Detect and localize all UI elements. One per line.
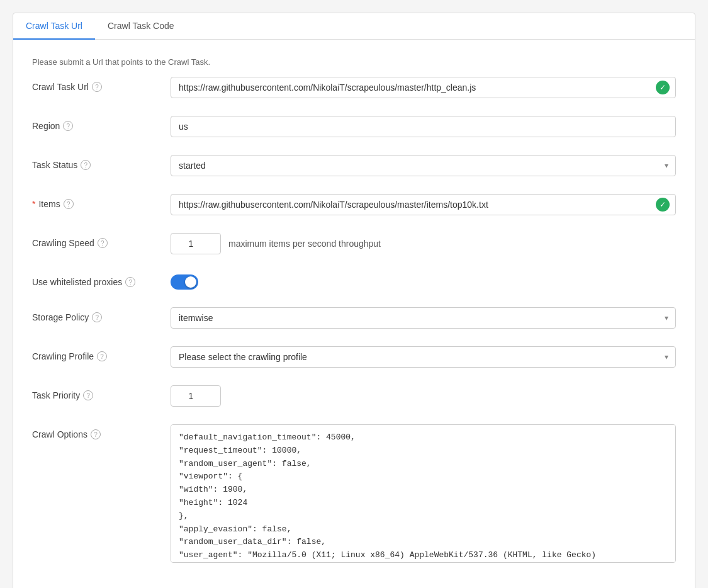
crawling-profile-label: Crawling Profile ? [32,346,171,361]
crawl-task-url-control: ✓ [171,77,676,98]
crawling-speed-wrapper: maximum items per second throughput [171,233,676,254]
crawl-task-url-row: Crawl Task Url ? ✓ [32,77,676,98]
crawling-speed-label: Crawling Speed ? [32,233,171,248]
task-priority-row: Task Priority ? [32,385,676,407]
storage-policy-control: itemwise overwrite append ▾ [171,307,676,329]
use-whitelisted-proxies-label: Use whitelisted proxies ? [32,272,171,287]
task-priority-control [171,385,676,407]
region-control [171,116,676,137]
crawl-options-textarea[interactable]: "default_navigation_timeout": 45000, "re… [171,424,676,563]
form-body: Please submit a Url that points to the C… [13,40,695,588]
region-row: Region ? [32,116,676,137]
region-input[interactable] [171,116,676,137]
hint-text: Please submit a Url that points to the C… [32,57,676,67]
page-wrapper: Crawl Task Url Crawl Task Code Please su… [0,0,708,588]
storage-policy-select-wrapper: itemwise overwrite append ▾ [171,307,676,329]
use-whitelisted-proxies-toggle[interactable] [171,274,198,290]
tab-crawl-task-url[interactable]: Crawl Task Url [13,13,95,40]
crawling-speed-input[interactable] [171,233,221,254]
items-input-wrapper: ✓ [171,194,676,215]
crawling-speed-row: Crawling Speed ? maximum items per secon… [32,233,676,254]
items-input[interactable] [171,194,676,215]
use-whitelisted-proxies-help-icon[interactable]: ? [125,277,135,287]
crawling-profile-help-icon[interactable]: ? [97,351,107,361]
crawl-options-help-icon[interactable]: ? [91,429,101,439]
crawl-options-row: Crawl Options ? "default_navigation_time… [32,424,676,565]
items-required-star: * [32,199,35,209]
crawl-task-url-check-icon: ✓ [656,81,670,94]
task-priority-help-icon[interactable]: ? [83,390,93,400]
items-control: ✓ [171,194,676,215]
toggle-thumb [185,276,196,288]
crawl-task-url-input-wrapper: ✓ [171,77,676,98]
storage-policy-row: Storage Policy ? itemwise overwrite appe… [32,307,676,329]
task-status-select[interactable]: started stopped paused [171,155,676,176]
crawl-task-url-label: Crawl Task Url ? [32,77,171,92]
crawling-speed-help-icon[interactable]: ? [98,238,108,248]
crawling-profile-select-wrapper: Please select the crawling profile ▾ [171,346,676,368]
task-status-select-wrapper: started stopped paused ▾ [171,155,676,176]
storage-policy-label: Storage Policy ? [32,307,171,322]
storage-policy-help-icon[interactable]: ? [92,312,102,322]
task-status-label: Task Status ? [32,155,171,170]
task-status-help-icon[interactable]: ? [81,160,91,170]
crawl-options-control: "default_navigation_timeout": 45000, "re… [171,424,676,565]
crawl-task-url-help-icon[interactable]: ? [92,82,102,92]
items-row: * Items ? ✓ [32,194,676,215]
task-status-row: Task Status ? started stopped paused ▾ [32,155,676,176]
crawling-profile-row: Crawling Profile ? Please select the cra… [32,346,676,368]
crawling-profile-control: Please select the crawling profile ▾ [171,346,676,368]
crawling-speed-control: maximum items per second throughput [171,233,676,254]
tabs-bar: Crawl Task Url Crawl Task Code [13,13,695,40]
items-help-icon[interactable]: ? [64,199,74,209]
main-card: Crawl Task Url Crawl Task Code Please su… [13,13,695,588]
toggle-track [171,274,198,290]
items-check-icon: ✓ [656,198,670,212]
use-whitelisted-proxies-control [171,272,676,290]
task-priority-label: Task Priority ? [32,385,171,400]
crawling-speed-suffix: maximum items per second throughput [228,239,381,249]
use-whitelisted-proxies-row: Use whitelisted proxies ? [32,272,676,290]
storage-policy-select[interactable]: itemwise overwrite append [171,307,676,329]
items-label: * Items ? [32,194,171,209]
region-label: Region ? [32,116,171,131]
toggle-wrapper [171,272,676,290]
crawl-task-url-input[interactable] [171,77,676,98]
crawl-options-label: Crawl Options ? [32,424,171,439]
task-status-control: started stopped paused ▾ [171,155,676,176]
task-priority-input[interactable] [171,385,221,407]
crawling-profile-select[interactable]: Please select the crawling profile [171,346,676,368]
tab-crawl-task-code[interactable]: Crawl Task Code [95,13,187,40]
region-help-icon[interactable]: ? [63,121,73,131]
